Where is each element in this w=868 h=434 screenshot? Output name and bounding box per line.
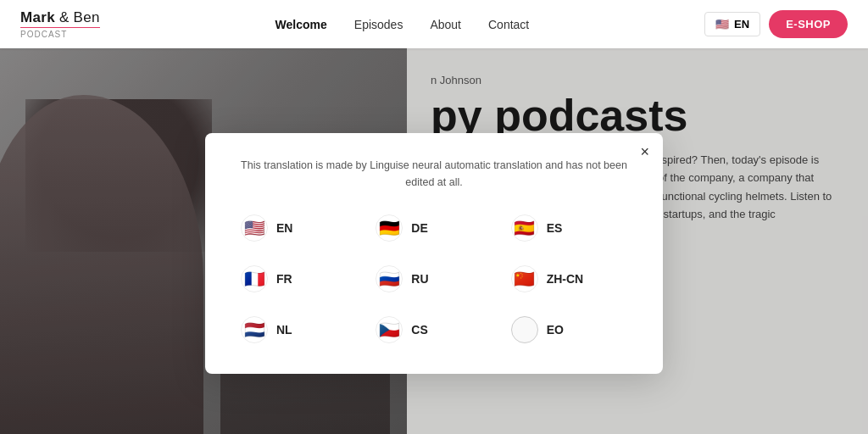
flag-de: 🇩🇪 [376, 214, 403, 242]
flag-en: 🇺🇸 [241, 214, 268, 242]
language-modal: × This translation is made by Linguise n… [205, 133, 663, 374]
eshop-button[interactable]: E-SHOP [769, 10, 848, 38]
modal-close-button[interactable]: × [640, 143, 649, 161]
flag-nl: 🇳🇱 [241, 316, 268, 343]
lang-item-de[interactable]: 🇩🇪 DE [370, 211, 497, 245]
lang-item-ru[interactable]: 🇷🇺 RU [370, 262, 497, 296]
nav-contact[interactable]: Contact [488, 18, 529, 31]
lang-code-ru: RU [411, 272, 428, 286]
logo-subtitle: Podcast [20, 27, 100, 39]
language-selector[interactable]: 🇺🇸 EN [704, 12, 760, 36]
lang-code-zhcn: ZH-CN [547, 272, 584, 286]
lang-item-zhcn[interactable]: 🇨🇳 ZH-CN [506, 262, 632, 296]
nav-welcome[interactable]: Welcome [275, 18, 327, 31]
lang-item-en[interactable]: 🇺🇸 EN [236, 211, 362, 245]
language-grid: 🇺🇸 EN 🇩🇪 DE 🇪🇸 ES 🇫🇷 FR 🇷🇺 RU [236, 211, 632, 347]
modal-description: This translation is made by Linguise neu… [236, 157, 632, 191]
lang-code-eo: EO [547, 323, 564, 337]
lang-item-es[interactable]: 🇪🇸 ES [506, 211, 632, 245]
lang-code-fr: FR [276, 272, 292, 286]
flag-cs: 🇨🇿 [376, 316, 403, 343]
modal-overlay[interactable]: × This translation is made by Linguise n… [0, 48, 868, 434]
lang-code-nl: NL [276, 323, 292, 337]
lang-code-cs: CS [411, 323, 427, 337]
flag-eo [511, 316, 538, 343]
lang-code: EN [734, 18, 749, 31]
lang-code-en: EN [276, 221, 292, 235]
logo-title: Mark & Ben [20, 9, 100, 26]
flag-zhcn: 🇨🇳 [511, 265, 538, 292]
flag-ru: 🇷🇺 [376, 265, 403, 292]
lang-item-fr[interactable]: 🇫🇷 FR [236, 262, 362, 296]
logo: Mark & Ben Podcast [20, 9, 100, 39]
main-nav: Welcome Episodes About Contact [275, 18, 530, 31]
lang-code-es: ES [547, 221, 563, 235]
lang-item-eo[interactable]: EO [506, 313, 632, 347]
header: Mark & Ben Podcast Welcome Episodes Abou… [0, 0, 868, 48]
lang-code-de: DE [411, 221, 427, 235]
header-actions: 🇺🇸 EN E-SHOP [704, 10, 848, 38]
flag-icon: 🇺🇸 [715, 18, 729, 31]
lang-item-cs[interactable]: 🇨🇿 CS [370, 313, 497, 347]
nav-about[interactable]: About [430, 18, 461, 31]
nav-episodes[interactable]: Episodes [354, 18, 403, 31]
lang-item-nl[interactable]: 🇳🇱 NL [236, 313, 362, 347]
flag-fr: 🇫🇷 [241, 265, 268, 292]
flag-es: 🇪🇸 [511, 214, 538, 242]
